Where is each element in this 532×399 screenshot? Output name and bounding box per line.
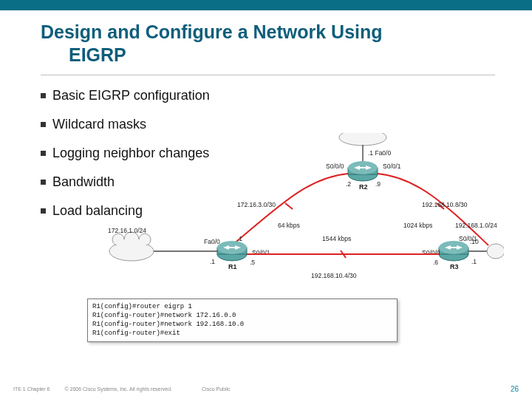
label-r2-ip-l: .2 bbox=[346, 180, 351, 188]
label-r1-s001: S0/0/1 bbox=[252, 249, 270, 256]
label-r1-fa00-ip: .1 bbox=[210, 258, 215, 265]
router-r2-icon bbox=[348, 161, 378, 181]
footer-public: Cisco Public bbox=[202, 386, 231, 392]
svg-point-11 bbox=[487, 244, 504, 259]
label-r2-s000: S0/0/0 bbox=[326, 163, 344, 170]
label-r1-s001-ip: .5 bbox=[250, 259, 255, 266]
config-line: R1(config-router)#exit bbox=[92, 329, 392, 338]
router-r3-icon bbox=[439, 241, 468, 261]
label-r1-s000-ip: .1 bbox=[237, 235, 242, 242]
config-line: R1(config-router)#network 192.168.10.0 bbox=[92, 320, 392, 329]
cloud-top: 10.10.10.0/24 bbox=[339, 133, 386, 146]
svg-line-5 bbox=[285, 203, 293, 209]
header-accent-bar bbox=[0, 0, 532, 10]
svg-point-3 bbox=[339, 133, 386, 146]
label-r3-s000-ip: .6 bbox=[433, 259, 438, 266]
label-r2-ip-r: .9 bbox=[375, 180, 381, 188]
label-r3-s000: S0/0/0 bbox=[422, 249, 440, 256]
bullet-text: Basic EIGRP configuration bbox=[52, 88, 210, 103]
label-r1-fa00: Fa0/0 bbox=[204, 238, 220, 245]
label-mid-right: 192.168.10.8/30 bbox=[422, 201, 468, 208]
label-fa00-top: .1 Fa0/0 bbox=[368, 149, 391, 157]
cloud-right bbox=[487, 244, 504, 259]
label-bw-1024: 1024 kbps bbox=[403, 222, 432, 229]
label-bw-64: 64 kbps bbox=[278, 222, 300, 229]
label-net-left: 172.16.1.0/24 bbox=[108, 227, 146, 234]
footer-page: 26 bbox=[511, 385, 519, 393]
label-net-right: 192.168.1.0/24 bbox=[455, 222, 497, 229]
footer-copyright: © 2006 Cisco Systems, Inc. All rights re… bbox=[64, 386, 172, 392]
router-r1-icon bbox=[217, 241, 247, 261]
config-line: R1(config)#router eigrp 1 bbox=[92, 302, 392, 311]
label-r3-s001-ip: .10 bbox=[470, 238, 479, 245]
label-r3-fa00-ip: .1 bbox=[471, 258, 477, 265]
label-r3: R3 bbox=[450, 263, 459, 270]
label-mid-left: 172.16.3.0/30 bbox=[237, 201, 276, 208]
bullet-item: Basic EIGRP configuration bbox=[41, 81, 532, 110]
title-line1: Design and Configure a Network Using bbox=[41, 21, 383, 42]
label-bottom-net: 192.168.10.4/30 bbox=[311, 272, 357, 279]
label-r2-s001: S0/0/1 bbox=[383, 163, 401, 170]
slide-footer: ITE 1 Chapter 6 © 2006 Cisco Systems, In… bbox=[0, 385, 532, 393]
title-line2: EIGRP bbox=[41, 44, 495, 66]
label-r1: R1 bbox=[228, 263, 237, 270]
config-line: R1(config-router)#network 172.16.0.0 bbox=[92, 311, 392, 320]
footer-chapter: ITE 1 Chapter 6 bbox=[13, 386, 50, 392]
config-box: R1(config)#router eigrp 1 R1(config-rout… bbox=[87, 299, 398, 342]
label-bw-1544: 1544 kbps bbox=[322, 235, 351, 242]
bullet-text: Wildcard masks bbox=[52, 117, 146, 132]
label-r2: R2 bbox=[359, 183, 368, 191]
slide-title: Design and Configure a Network Using EIG… bbox=[0, 10, 532, 67]
cloud-left bbox=[109, 232, 154, 261]
